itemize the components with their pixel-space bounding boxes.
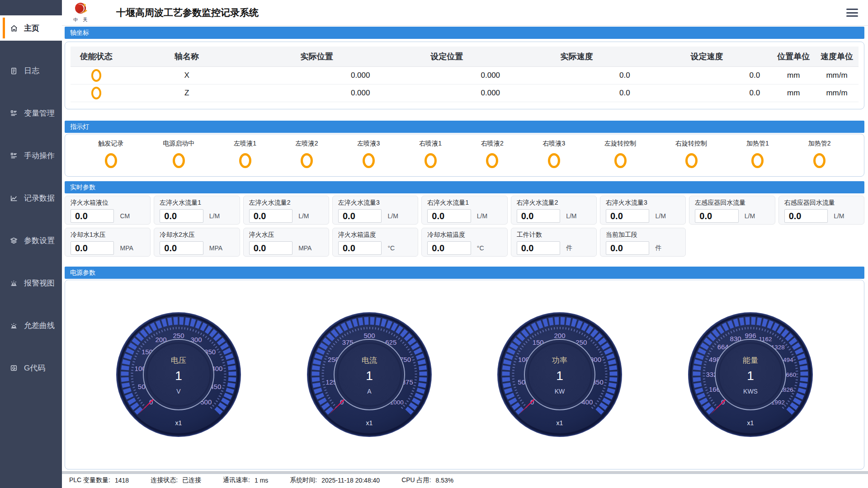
status-label: 系统时间:	[290, 476, 317, 484]
gauge-unit: A	[367, 388, 372, 395]
axis-col-header: 设定位置	[382, 47, 512, 66]
sidebar-item-records[interactable]: 记录数据	[0, 185, 62, 211]
axis-cell: 0.0	[642, 66, 772, 84]
indicator-item: 左喷液1	[234, 139, 256, 174]
gauge-multiplier: x1	[747, 419, 754, 427]
param-value-input[interactable]	[160, 241, 203, 255]
sidebar-item-home[interactable]: 主页	[0, 15, 62, 41]
status-value: 2025-11-18 20:48:40	[321, 477, 380, 484]
param-value-input[interactable]	[71, 209, 114, 223]
status-value: 已连接	[182, 476, 201, 484]
realtime-param-card: 冷却水箱温度°C	[421, 228, 507, 257]
param-unit: MPA	[298, 244, 311, 252]
param-unit: L/M	[655, 212, 665, 220]
param-unit: L/M	[387, 212, 398, 220]
indicator-lamp-icon	[614, 153, 627, 168]
sidebar-item-label: 日志	[24, 66, 39, 76]
param-value-input[interactable]	[606, 241, 649, 255]
layers-icon	[9, 236, 18, 245]
status-label: 连接状态:	[151, 476, 178, 484]
param-label: 冷却水2水压	[160, 231, 235, 239]
param-value-input[interactable]	[71, 241, 114, 255]
sidebar-item-tolerance[interactable]: 允差曲线	[0, 313, 62, 338]
indicator-item: 右喷液3	[543, 139, 566, 174]
param-value-input[interactable]	[338, 241, 382, 255]
param-label: 工件计数	[517, 231, 592, 239]
gauge-value: 1	[557, 369, 564, 383]
indicator-label: 电源启动中	[163, 140, 194, 148]
param-label: 右淬火水流量2	[517, 199, 592, 207]
param-value-input[interactable]	[427, 241, 471, 255]
indicator-lamp-icon	[685, 153, 698, 168]
axis-col-header: 实际位置	[252, 47, 382, 66]
gauge-container-energy: 0166332498664830996116213281494166018261…	[686, 310, 815, 439]
hamburger-menu-icon[interactable]	[846, 8, 858, 17]
param-value-input[interactable]	[517, 209, 560, 223]
param-label: 当前加工段	[606, 231, 681, 239]
indicator-lamp-icon	[425, 153, 437, 168]
company-logo: 中 天	[72, 2, 91, 23]
axis-cell: mm/m	[815, 84, 859, 102]
indicator-lamp-icon	[751, 153, 764, 168]
status-item-system-time: 系统时间:2025-11-18 20:48:40	[290, 476, 380, 484]
indicator-item: 右旋转控制	[675, 139, 707, 174]
sidebar-item-gcode[interactable]: G代码	[0, 355, 62, 380]
param-unit: L/M	[298, 212, 309, 220]
sidebar-item-alarms[interactable]: 报警视图	[0, 270, 62, 296]
main-content: 轴坐标 使能状态轴名称实际位置设定位置实际速度设定速度位置单位速度单位 X0.0…	[62, 26, 868, 472]
sidebar-item-manual[interactable]: 手动操作	[0, 143, 62, 168]
page-title: 十堰高周波工艺参数监控记录系统	[116, 6, 259, 19]
axis-col-header: 使能状态	[71, 47, 122, 66]
param-value-input[interactable]	[784, 209, 828, 223]
param-unit: °C	[477, 244, 484, 252]
axis-table-header-row: 使能状态轴名称实际位置设定位置实际速度设定速度位置单位速度单位	[71, 47, 859, 66]
sidebar-item-label: 允差曲线	[24, 320, 55, 331]
realtime-param-card: 淬火水压MPA	[243, 228, 329, 257]
indicator-card: 触发记录电源启动中左喷液1左喷液2左喷液3右喷液1右喷液2右喷液3左旋转控制右旋…	[65, 134, 864, 177]
sidebar-item-params[interactable]: 参数设置	[0, 228, 62, 253]
gauge-power: 050100150200250300350400功率1KWx1	[495, 310, 624, 439]
gauge-value: 1	[366, 369, 373, 383]
axis-cell: mm/m	[815, 66, 859, 84]
axis-enable-cell	[71, 66, 122, 84]
axis-cell: X	[122, 66, 252, 84]
svg-text:200: 200	[554, 332, 566, 339]
param-label: 左淬火水流量3	[338, 199, 413, 207]
status-label: CPU 占用:	[401, 476, 431, 484]
indicator-label: 右喷液3	[543, 140, 566, 148]
param-value-input[interactable]	[427, 209, 471, 223]
indicator-label: 触发记录	[98, 140, 123, 148]
indicator-lamp-icon	[548, 153, 560, 168]
sidebar-item-variables[interactable]: 变量管理	[0, 100, 62, 126]
param-label: 右淬火水流量3	[606, 199, 681, 207]
enable-status-ring-icon	[91, 69, 101, 82]
sidebar-item-logs[interactable]: 日志	[0, 58, 62, 83]
list-icon	[9, 108, 18, 117]
realtime-param-card: 工件计数件	[511, 228, 597, 257]
param-label: 右淬火水流量1	[427, 199, 502, 207]
logo-text: 中 天	[74, 17, 90, 23]
realtime-param-card: 左淬火水流量1L/M	[154, 196, 240, 225]
param-value-input[interactable]	[695, 209, 738, 223]
gauge-multiplier: x1	[366, 419, 373, 427]
param-value-input[interactable]	[249, 241, 292, 255]
axis-cell: 0.000	[252, 84, 382, 102]
status-label: 通讯速率:	[223, 476, 250, 484]
param-value-input[interactable]	[160, 209, 203, 223]
realtime-section-header: 实时参数	[65, 181, 864, 193]
param-unit: 件	[655, 244, 661, 252]
alarm-icon	[9, 321, 18, 330]
indicator-item: 加热管1	[746, 139, 769, 174]
param-value-input[interactable]	[606, 209, 649, 223]
sidebar-item-label: 主页	[24, 23, 39, 33]
svg-text:500: 500	[363, 332, 375, 339]
list-icon	[9, 151, 18, 160]
axis-enable-cell	[71, 84, 122, 102]
gauge-value: 1	[747, 369, 754, 383]
param-value-input[interactable]	[249, 209, 292, 223]
indicator-item: 右喷液1	[419, 139, 442, 174]
log-icon	[9, 66, 18, 75]
axis-cell: 0.0	[512, 84, 642, 102]
param-value-input[interactable]	[517, 241, 560, 255]
param-value-input[interactable]	[338, 209, 382, 223]
